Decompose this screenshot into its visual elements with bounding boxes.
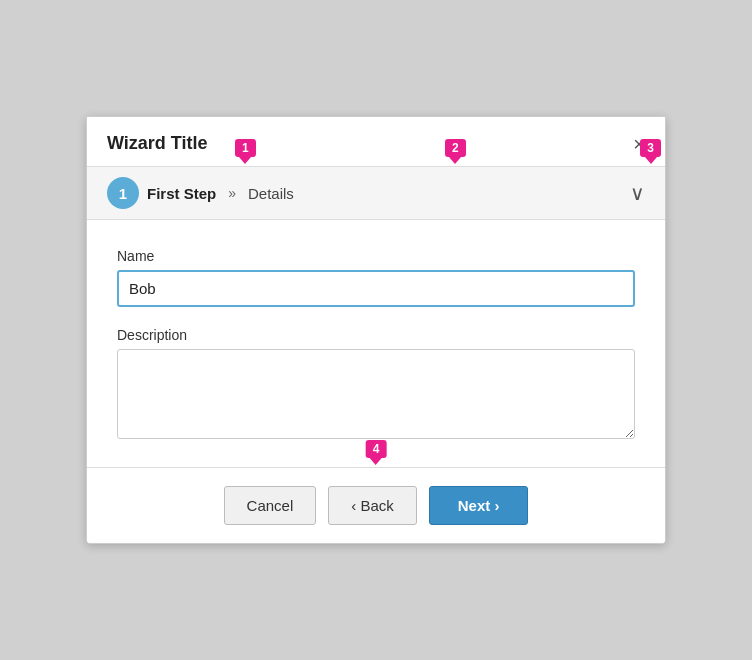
wizard-dialog: Wizard Title × 1 2 3 1 First Step » Deta… — [86, 116, 666, 544]
steps-left: 1 First Step » Details — [107, 177, 294, 209]
annotation-badge-4: 4 — [366, 440, 387, 458]
next-button[interactable]: Next › — [429, 486, 529, 525]
step-2-label: Details — [248, 185, 294, 202]
step-1-label: First Step — [147, 185, 216, 202]
wizard-body: Name Description — [87, 220, 665, 467]
step-chevron-icon: » — [228, 185, 236, 201]
name-input[interactable] — [117, 270, 635, 307]
wizard-title: Wizard Title — [107, 133, 208, 154]
name-label: Name — [117, 248, 635, 264]
back-button[interactable]: ‹ Back — [328, 486, 417, 525]
annotation-badge-1: 1 — [235, 139, 256, 157]
description-label: Description — [117, 327, 635, 343]
step-1-circle: 1 — [107, 177, 139, 209]
cancel-button[interactable]: Cancel — [224, 486, 317, 525]
wizard-steps-bar: 1 2 3 1 First Step » Details ∨ — [87, 167, 665, 220]
collapse-steps-button[interactable]: ∨ — [630, 181, 645, 205]
annotation-badge-3: 3 — [640, 139, 661, 157]
wizard-footer: 4 Cancel ‹ Back Next › — [87, 467, 665, 543]
description-textarea[interactable] — [117, 349, 635, 439]
annotation-badge-2: 2 — [445, 139, 466, 157]
wizard-header: Wizard Title × — [87, 117, 665, 167]
